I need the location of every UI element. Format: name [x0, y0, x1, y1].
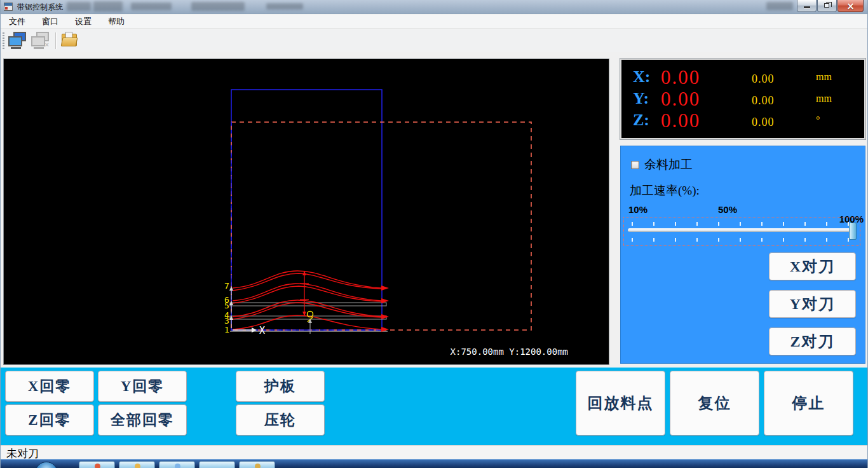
cut-path-curves — [233, 271, 381, 329]
menu-item-window[interactable]: 窗口 — [34, 15, 67, 29]
minimize-icon — [804, 6, 810, 8]
guard-plate-button[interactable]: 护板 — [236, 371, 325, 402]
axis-secondary-z: 0.00 — [752, 116, 775, 129]
machining-rate-label: 加工速率(%): — [630, 182, 700, 199]
axis-secondary-y: 0.00 — [752, 94, 775, 107]
axis-value-x: 0.00 — [661, 66, 700, 89]
pressure-wheel-button[interactable]: 压轮 — [236, 404, 325, 436]
y-tool-setting-button[interactable]: Y对刀 — [769, 290, 856, 318]
axis-unit-y: mm — [816, 93, 832, 104]
red-app-icon — [95, 464, 100, 468]
taskbar-app-button[interactable] — [239, 461, 275, 468]
start-orb-icon[interactable] — [35, 462, 58, 468]
axis-unit-x: mm — [816, 71, 832, 83]
close-button[interactable]: × — [837, 0, 864, 12]
control-panel: 余料加工 加工速率(%): 10% 50% 100% X对刀 Y对刀 Z对刀 — [620, 146, 865, 364]
x-axis-arrow — [252, 327, 257, 333]
taskbar-app-button[interactable] — [79, 461, 115, 468]
window-title: 带锯控制系统 — [17, 2, 63, 13]
remnant-machining-checkbox[interactable] — [631, 161, 639, 169]
machining-rate-slider[interactable] — [623, 217, 860, 246]
background-window-ghost — [191, 2, 245, 11]
slider-ticks-bottom — [632, 238, 849, 242]
z-tool-setting-button[interactable]: Z对刀 — [769, 327, 856, 355]
cursor-coordinate-readout: X:750.00mm Y:1200.00mm — [451, 347, 568, 357]
remnant-machining-label: 余料加工 — [644, 156, 693, 173]
slider-ticks-top — [632, 222, 849, 226]
close-icon: × — [838, 1, 863, 12]
title-bar: 带锯控制系统 × — [1, 0, 868, 14]
menu-item-file[interactable]: 文件 — [1, 15, 34, 29]
toolbar-separator — [55, 32, 56, 49]
coord-row-z: Z: 0.00 0.00 ° — [621, 109, 864, 131]
taskbar-app-button[interactable] — [199, 461, 235, 468]
open-folder-icon[interactable] — [60, 32, 78, 48]
dimension-line — [300, 271, 309, 316]
background-window-ghost — [67, 2, 91, 11]
toolbar-grip — [3, 32, 4, 49]
coord-row-x: X: 0.00 0.00 mm — [621, 66, 864, 88]
folder-app-icon — [255, 464, 261, 468]
axis-label-z: Z: — [633, 111, 649, 130]
tool-bar: × — [1, 29, 868, 52]
coordinate-display-panel: X: 0.00 0.00 mm Y: 0.00 0.00 mm Z: 0.00 … — [620, 59, 865, 139]
axis-value-y: 0.00 — [661, 88, 700, 111]
connect-monitors-icon[interactable] — [8, 32, 29, 50]
menu-item-settings[interactable]: 设置 — [67, 15, 100, 29]
return-unload-point-button[interactable]: 回放料点 — [576, 371, 665, 436]
stop-button[interactable]: 停止 — [764, 371, 853, 436]
disconnect-monitors-icon: × — [31, 32, 51, 50]
axis-label-y: Y: — [633, 89, 649, 108]
app-icon — [4, 3, 13, 11]
background-window-ghost — [266, 3, 303, 10]
axis-label-x: X: — [633, 67, 650, 86]
slider-track[interactable] — [628, 228, 856, 232]
svg-text:5: 5 — [224, 301, 229, 310]
app-window: 带锯控制系统 × 文件 窗口 设置 帮助 × — [0, 0, 868, 468]
window-controls: × — [796, 0, 864, 12]
slider-thumb[interactable] — [849, 223, 857, 240]
bottom-action-bar: X回零 Y回零 Z回零 全部回零 护板 压轮 回放料点 复位 停止 — [1, 368, 868, 445]
x-tool-setting-button[interactable]: X对刀 — [769, 252, 856, 280]
cut-direction-arrows — [381, 286, 389, 332]
svg-text:7: 7 — [224, 281, 229, 291]
workpiece-outline — [231, 90, 382, 330]
blue-app-icon — [175, 464, 180, 468]
yellow-app-icon — [135, 464, 140, 468]
menu-bar: 文件 窗口 设置 帮助 — [1, 15, 868, 29]
slider-mid-label: 50% — [718, 204, 737, 215]
restore-icon — [824, 3, 829, 8]
menu-item-help[interactable]: 帮助 — [100, 15, 133, 29]
guide-bar — [230, 303, 386, 306]
all-home-button[interactable]: 全部回零 — [98, 404, 187, 436]
windows-taskbar[interactable] — [1, 459, 868, 468]
axis-value-z: 0.00 — [661, 109, 700, 132]
axis-unit-z: ° — [816, 114, 820, 126]
slider-min-label: 10% — [628, 204, 648, 215]
cut-path-drawing: 7 6 5 4 3 1 X — [4, 59, 609, 364]
taskbar-app-button[interactable] — [159, 461, 195, 468]
svg-text:1: 1 — [224, 325, 229, 334]
svg-text:3: 3 — [224, 316, 229, 326]
y-home-button[interactable]: Y回零 — [98, 371, 187, 402]
background-window-ghost — [93, 1, 123, 11]
background-window-ghost — [766, 2, 793, 10]
background-window-ghost — [131, 3, 172, 10]
minimize-button[interactable] — [797, 0, 817, 12]
z-home-button[interactable]: Z回零 — [5, 404, 94, 436]
axis-secondary-x: 0.00 — [752, 72, 775, 86]
x-axis-label: X — [259, 325, 265, 336]
status-bar: 未对刀 — [1, 445, 868, 459]
x-home-button[interactable]: X回零 — [5, 371, 94, 402]
path-number-labels: 7 6 5 4 3 1 — [224, 281, 229, 334]
taskbar-app-button[interactable] — [119, 461, 155, 468]
restore-button[interactable] — [817, 0, 837, 12]
coord-row-y: Y: 0.00 0.00 mm — [621, 88, 864, 109]
reset-button[interactable]: 复位 — [670, 371, 759, 436]
drawing-canvas[interactable]: 7 6 5 4 3 1 X — [3, 59, 609, 365]
